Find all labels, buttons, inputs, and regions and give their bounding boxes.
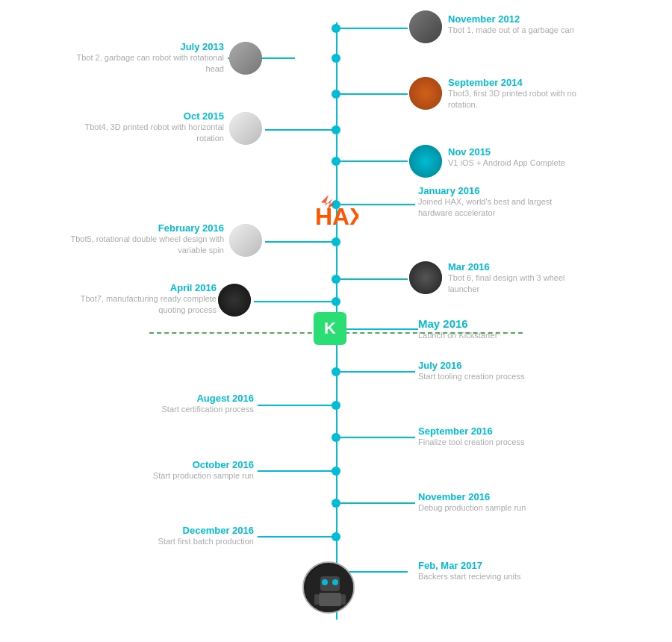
event-title-aug2016: Augest 2016 (75, 393, 254, 404)
event-nov2012: November 2012 Tbot 1, made out of a garb… (448, 13, 597, 36)
connector-nov2015 (340, 160, 408, 162)
connector-jul2016 (340, 371, 415, 373)
connector-aug2016 (258, 405, 336, 406)
event-title-feb2016: February 2016 (67, 222, 224, 234)
dot-oct2016 (332, 467, 340, 476)
event-title-sep2016: September 2016 (418, 426, 582, 437)
dot-sep2016 (332, 433, 340, 442)
event-nov2015: Nov 2015 V1 iOS + Android App Complete (448, 146, 597, 169)
event-title-jul2016: July 2016 (418, 360, 582, 371)
event-desc-dec2016: Start first batch production (75, 536, 254, 547)
dot-oct2015 (332, 125, 340, 134)
connector-nov2016 (340, 502, 415, 504)
event-desc-nov2015: V1 iOS + Android App Complete (448, 158, 597, 169)
svg-rect-8 (341, 594, 346, 605)
event-apr2016: April 2016 Tbot7, manufacturing ready co… (60, 282, 217, 317)
event-title-nov2012: November 2012 (448, 13, 597, 25)
dot-nov2012 (332, 24, 340, 33)
photo-jul2013 (229, 42, 262, 75)
event-title-may2016: May 2016 (418, 317, 567, 330)
event-sep2014: September 2014 Tbot3, first 3D printed r… (448, 77, 597, 111)
dot-feb2016 (332, 237, 340, 246)
event-title-nov2016: November 2016 (418, 491, 582, 502)
event-title-febmar2017: Feb, Mar 2017 (418, 560, 582, 571)
photo-oct2015 (229, 112, 262, 145)
photo-febmar2017 (302, 561, 355, 614)
event-desc-mar2016: Tbot 6, final design with 3 wheel launch… (448, 272, 597, 296)
event-desc-sep2016: Finalize tool creation process (418, 437, 582, 448)
kickstarter-icon: K (314, 312, 346, 345)
photo-nov2015 (409, 145, 442, 178)
event-nov2016: November 2016 Debug production sample ru… (418, 491, 582, 514)
dot-jul2016 (332, 367, 340, 376)
event-dec2016: December 2016 Start first batch producti… (75, 525, 254, 547)
event-title-dec2016: December 2016 (75, 525, 254, 536)
photo-mar2016 (409, 261, 442, 294)
hax-logo-area: HAX (310, 191, 362, 236)
hax-logo-svg: HAX (314, 195, 358, 232)
event-desc-jul2013: Tbot 2, garbage can robot with rotationa… (75, 52, 224, 75)
svg-text:HAX: HAX (315, 203, 358, 230)
event-desc-aug2016: Start certification process (75, 404, 254, 415)
event-oct2016: October 2016 Start production sample run (75, 459, 254, 482)
event-desc-oct2016: Start production sample run (75, 470, 254, 482)
event-desc-sep2014: Tbot3, first 3D printed robot with no ro… (448, 88, 597, 111)
connector-feb2016 (265, 241, 336, 243)
event-jan2016: January 2016 Joined HAX, world's best an… (418, 185, 582, 219)
event-jul2016: July 2016 Start tooling creation process (418, 360, 582, 382)
event-sep2016: September 2016 Finalize tool creation pr… (418, 426, 582, 448)
connector-febmar2017 (340, 571, 408, 573)
event-may2016: May 2016 Launch on Kickstarter (418, 317, 567, 341)
connector-nov2012 (340, 28, 408, 29)
dot-sep2014 (332, 90, 340, 99)
photo-sep2014 (409, 77, 442, 110)
event-title-mar2016: Mar 2016 (448, 261, 597, 272)
dot-aug2016 (332, 401, 340, 410)
photo-apr2016 (218, 284, 251, 317)
connector-sep2014 (340, 93, 408, 95)
svg-point-5 (332, 579, 338, 585)
event-jul2013: July 2013 Tbot 2, garbage can robot with… (75, 41, 224, 75)
event-desc-nov2016: Debug production sample run (418, 502, 582, 514)
connector-mar2016 (340, 278, 408, 280)
event-title-jan2016: January 2016 (418, 185, 582, 196)
svg-rect-6 (319, 593, 341, 606)
event-title-apr2016: April 2016 (60, 282, 217, 293)
dot-nov2015 (332, 157, 340, 166)
connector-dec2016 (258, 536, 336, 537)
event-desc-oct2015: Tbot4, 3D printed robot with horizontal … (75, 122, 224, 145)
dot-nov2016 (332, 499, 340, 508)
photo-nov2012 (409, 10, 442, 43)
dot-apr2016 (332, 297, 340, 306)
event-desc-apr2016: Tbot7, manufacturing ready complete quot… (60, 293, 217, 317)
event-title-nov2015: Nov 2015 (448, 146, 597, 158)
event-feb2016: February 2016 Tbot5, rotational double w… (67, 222, 224, 257)
event-desc-febmar2017: Backers start recieving units (418, 571, 582, 582)
event-aug2016: Augest 2016 Start certification process (75, 393, 254, 415)
timeline-container: November 2012 Tbot 1, made out of a garb… (0, 0, 672, 642)
event-title-oct2016: October 2016 (75, 459, 254, 470)
event-desc-jan2016: Joined HAX, world's best and largest har… (418, 196, 582, 219)
event-desc-nov2012: Tbot 1, made out of a garbage can (448, 25, 597, 36)
svg-rect-7 (314, 594, 319, 605)
event-oct2015: Oct 2015 Tbot4, 3D printed robot with ho… (75, 110, 224, 145)
svg-point-4 (322, 579, 328, 585)
event-desc-jul2016: Start tooling creation process (418, 371, 582, 382)
robot-silhouette (304, 563, 355, 614)
connector-may2016 (346, 328, 418, 330)
event-title-oct2015: Oct 2015 (75, 110, 224, 122)
connector-sep2016 (340, 437, 415, 438)
connector-oct2016 (258, 470, 336, 472)
event-febmar2017: Feb, Mar 2017 Backers start recieving un… (418, 560, 582, 582)
photo-feb2016 (229, 224, 262, 257)
event-desc-feb2016: Tbot5, rotational double wheel design wi… (67, 234, 224, 257)
connector-oct2015 (265, 129, 336, 131)
dot-jul2013 (332, 54, 340, 63)
connector-apr2016 (254, 301, 336, 302)
dot-mar2016 (332, 275, 340, 284)
event-title-sep2014: September 2014 (448, 77, 597, 88)
dot-dec2016 (332, 532, 340, 541)
event-mar2016: Mar 2016 Tbot 6, final design with 3 whe… (448, 261, 597, 296)
event-title-jul2013: July 2013 (75, 41, 224, 52)
